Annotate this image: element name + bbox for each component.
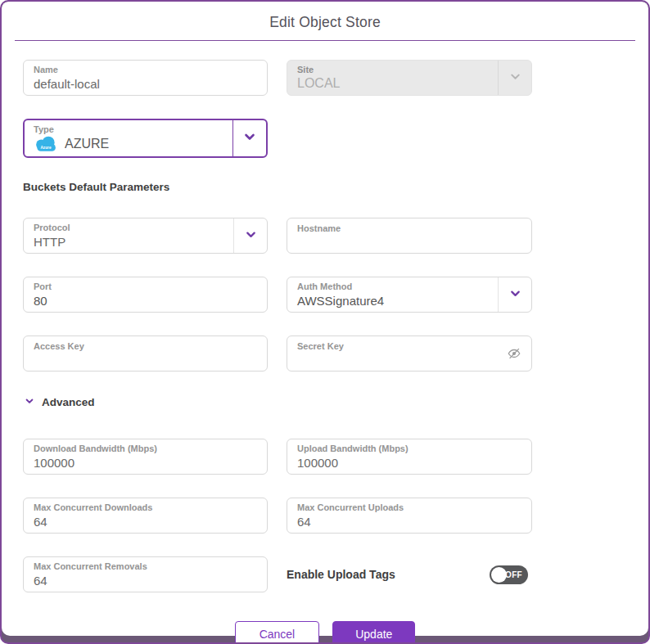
toggle-state-text: OFF bbox=[505, 570, 522, 579]
chevron-down-icon bbox=[25, 394, 34, 409]
max-concurrent-downloads-value: 64 bbox=[34, 514, 257, 529]
update-button[interactable]: Update bbox=[332, 621, 415, 644]
hostname-field[interactable]: Hostname bbox=[287, 218, 532, 254]
enable-upload-tags-row: Enable Upload Tags OFF bbox=[287, 556, 532, 592]
auth-method-select[interactable]: Auth Method AWSSignature4 bbox=[287, 277, 532, 313]
access-key-value bbox=[34, 353, 257, 368]
access-key-field[interactable]: Access Key bbox=[23, 336, 268, 372]
max-concurrent-uploads-field[interactable]: Max Concurrent Uploads 64 bbox=[287, 498, 532, 534]
name-field[interactable]: Name default-local bbox=[23, 60, 268, 96]
row-bandwidth: Download Bandwidth (Mbps) 100000 Upload … bbox=[23, 439, 627, 475]
download-bandwidth-label: Download Bandwidth (Mbps) bbox=[34, 444, 257, 455]
protocol-value: HTTP bbox=[34, 234, 224, 250]
type-select[interactable]: Type Azure bbox=[23, 119, 268, 158]
site-dropdown-zone bbox=[498, 61, 531, 95]
secret-key-field[interactable]: Secret Key bbox=[287, 336, 532, 372]
port-field[interactable]: Port 80 bbox=[23, 277, 268, 313]
download-bandwidth-value: 100000 bbox=[34, 455, 257, 471]
dialog-body: Edit Object Store Name default-local Sit… bbox=[2, 2, 648, 636]
azure-cloud-icon: Azure bbox=[34, 136, 58, 152]
row-removals-toggle: Max Concurrent Removals 64 Enable Upload… bbox=[23, 556, 627, 592]
object-store-form: Name default-local Site LOCAL bbox=[2, 41, 648, 644]
secret-key-label: Secret Key bbox=[297, 341, 521, 353]
max-concurrent-uploads-label: Max Concurrent Uploads bbox=[297, 502, 521, 514]
chevron-down-icon bbox=[243, 130, 256, 146]
name-label: Name bbox=[34, 65, 257, 76]
name-value: default-local bbox=[34, 76, 257, 92]
access-key-label: Access Key bbox=[34, 341, 257, 353]
max-concurrent-uploads-value: 64 bbox=[297, 514, 521, 529]
svg-text:Azure: Azure bbox=[41, 146, 52, 150]
row-type: Type Azure bbox=[23, 119, 627, 158]
protocol-label: Protocol bbox=[34, 223, 224, 234]
enable-upload-tags-toggle[interactable]: OFF bbox=[490, 565, 528, 584]
max-concurrent-downloads-field[interactable]: Max Concurrent Downloads 64 bbox=[23, 498, 268, 534]
hostname-label: Hostname bbox=[297, 223, 521, 235]
dialog-footer: Cancel Update bbox=[23, 621, 627, 644]
dialog-header: Edit Object Store bbox=[2, 2, 648, 41]
port-value: 80 bbox=[34, 293, 257, 308]
advanced-section-toggle[interactable]: Advanced bbox=[25, 394, 627, 409]
row-max-concurrent-1: Max Concurrent Downloads 64 Max Concurre… bbox=[23, 498, 627, 534]
row-keys: Access Key Secret Key bbox=[23, 336, 627, 372]
chevron-down-icon bbox=[509, 287, 521, 303]
edit-object-store-dialog: Edit Object Store Name default-local Sit… bbox=[0, 0, 650, 644]
type-value: AZURE bbox=[65, 136, 109, 153]
auth-method-dropdown-zone[interactable] bbox=[498, 277, 531, 312]
enable-upload-tags-label: Enable Upload Tags bbox=[287, 568, 395, 581]
row-name-site: Name default-local Site LOCAL bbox=[23, 60, 627, 96]
auth-method-value: AWSSignature4 bbox=[297, 293, 489, 308]
secret-key-value bbox=[297, 353, 521, 368]
advanced-section-label: Advanced bbox=[42, 396, 95, 408]
eye-off-icon[interactable] bbox=[507, 346, 521, 361]
port-label: Port bbox=[34, 281, 257, 293]
upload-bandwidth-field[interactable]: Upload Bandwidth (Mbps) 100000 bbox=[287, 439, 532, 475]
protocol-select[interactable]: Protocol HTTP bbox=[23, 218, 268, 254]
upload-bandwidth-label: Upload Bandwidth (Mbps) bbox=[297, 444, 521, 455]
chevron-down-icon bbox=[245, 228, 257, 244]
auth-method-label: Auth Method bbox=[297, 281, 489, 293]
site-label: Site bbox=[297, 65, 489, 76]
upload-bandwidth-value: 100000 bbox=[297, 455, 521, 471]
protocol-dropdown-zone[interactable] bbox=[233, 218, 267, 253]
max-concurrent-downloads-label: Max Concurrent Downloads bbox=[34, 502, 257, 514]
max-concurrent-removals-value: 64 bbox=[34, 573, 257, 588]
max-concurrent-removals-label: Max Concurrent Removals bbox=[34, 561, 257, 573]
site-value: LOCAL bbox=[297, 76, 489, 92]
type-dropdown-zone[interactable] bbox=[232, 120, 266, 156]
row-protocol-hostname: Protocol HTTP Hostname bbox=[23, 218, 627, 254]
chevron-down-icon bbox=[509, 70, 521, 86]
buckets-section-title: Buckets Default Parameters bbox=[23, 181, 627, 193]
cancel-button[interactable]: Cancel bbox=[235, 621, 320, 644]
hostname-value bbox=[297, 235, 521, 250]
row-port-auth: Port 80 Auth Method AWSSignature4 bbox=[23, 277, 627, 313]
max-concurrent-removals-field[interactable]: Max Concurrent Removals 64 bbox=[23, 556, 268, 592]
site-select: Site LOCAL bbox=[287, 60, 532, 96]
download-bandwidth-field[interactable]: Download Bandwidth (Mbps) 100000 bbox=[23, 439, 268, 475]
page-title: Edit Object Store bbox=[2, 14, 648, 31]
type-label: Type bbox=[34, 124, 223, 136]
